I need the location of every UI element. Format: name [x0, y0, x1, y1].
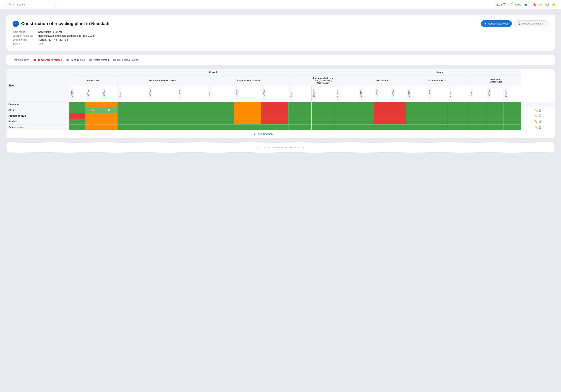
cell-2-10[interactable]: [312, 113, 335, 119]
cell-2-18[interactable]: [469, 113, 486, 119]
edit-icon-4[interactable]: ✏️: [534, 126, 538, 129]
cell-0-2[interactable]: [101, 102, 117, 107]
cell-2-5[interactable]: [177, 113, 207, 119]
delete-icon-2[interactable]: 🗑️: [539, 114, 542, 117]
cell-2-7[interactable]: [234, 113, 261, 119]
year-selector[interactable]: 2023 📅: [494, 2, 509, 7]
legend-solid[interactable]: Solid mass-related: [113, 58, 139, 61]
chart-icon[interactable]: 📊: [545, 3, 549, 6]
cell-1-14[interactable]: [390, 107, 406, 113]
cell-4-1[interactable]: [85, 125, 101, 130]
cell-4-5[interactable]: [177, 125, 207, 130]
cell-4-16[interactable]: [427, 125, 448, 130]
cell-2-9[interactable]: [288, 113, 312, 119]
bell-icon[interactable]: 🔔: [551, 3, 556, 6]
cell-3-5[interactable]: [177, 119, 207, 125]
cell-4-10[interactable]: [312, 125, 335, 130]
cell-1-7[interactable]: [234, 107, 261, 113]
cell-1-4[interactable]: [147, 107, 177, 113]
cell-4-12[interactable]: [358, 125, 374, 130]
cell-0-6[interactable]: [207, 102, 234, 107]
edit-icon-3[interactable]: ✏️: [534, 120, 538, 123]
cell-4-3[interactable]: [117, 125, 147, 130]
cell-3-15[interactable]: [406, 119, 427, 125]
cell-4-20[interactable]: [504, 125, 521, 130]
cell-4-4[interactable]: [147, 125, 177, 130]
cell-1-11[interactable]: [335, 107, 358, 113]
delete-icon-3[interactable]: 🗑️: [539, 120, 542, 123]
cell-4-11[interactable]: [335, 125, 358, 130]
cell-0-18[interactable]: [469, 102, 486, 107]
cell-2-2[interactable]: [101, 113, 117, 119]
cell-2-13[interactable]: [374, 113, 390, 119]
cell-0-3[interactable]: [117, 102, 147, 107]
cell-2-11[interactable]: [335, 113, 358, 119]
cell-0-15[interactable]: [406, 102, 427, 107]
cell-0-12[interactable]: [358, 102, 374, 107]
cell-1-15[interactable]: [406, 107, 427, 113]
cell-4-18[interactable]: [469, 125, 486, 130]
cell-4-6[interactable]: [207, 125, 234, 130]
cell-3-9[interactable]: [288, 119, 312, 125]
cell-1-5[interactable]: [177, 107, 207, 113]
legend-wind[interactable]: Wind-related: [66, 58, 85, 61]
back-button[interactable]: ‹: [12, 21, 19, 27]
legend-water[interactable]: Water-related: [89, 58, 109, 61]
cell-4-2[interactable]: [101, 125, 117, 130]
cell-0-0[interactable]: [69, 102, 85, 107]
cell-0-7[interactable]: [234, 102, 261, 107]
cell-0-8[interactable]: [261, 102, 288, 107]
cell-4-19[interactable]: [486, 125, 504, 130]
cell-0-5[interactable]: [177, 102, 207, 107]
cell-0-13[interactable]: [374, 102, 390, 107]
cell-2-16[interactable]: [427, 113, 448, 119]
cell-3-11[interactable]: [335, 119, 358, 125]
cell-3-12[interactable]: [358, 119, 374, 125]
cell-2-15[interactable]: [406, 113, 427, 119]
cell-1-1[interactable]: 📋: [85, 107, 101, 113]
cell-0-16[interactable]: [427, 102, 448, 107]
cell-3-7[interactable]: [234, 119, 261, 125]
cell-0-10[interactable]: [312, 102, 335, 107]
cell-3-18[interactable]: [469, 119, 486, 125]
cell-3-20[interactable]: [504, 119, 521, 125]
cell-1-2[interactable]: 📋: [101, 107, 117, 113]
cell-1-12[interactable]: [358, 107, 374, 113]
cell-1-6[interactable]: [207, 107, 234, 113]
cell-3-0[interactable]: [69, 119, 85, 125]
cell-1-18[interactable]: [469, 107, 486, 113]
bookmark-icon[interactable]: 🔖: [533, 3, 537, 6]
cell-1-19[interactable]: [486, 107, 504, 113]
cell-1-3[interactable]: [117, 107, 147, 113]
cell-4-0[interactable]: [69, 125, 85, 130]
cell-2-3[interactable]: [117, 113, 147, 119]
cell-4-9[interactable]: [288, 125, 312, 130]
cell-3-19[interactable]: [486, 119, 504, 125]
cell-2-20[interactable]: [504, 113, 521, 119]
cell-2-1[interactable]: [85, 113, 101, 119]
cell-3-6[interactable]: [207, 119, 234, 125]
cell-1-8[interactable]: [261, 107, 288, 113]
cell-3-4[interactable]: [147, 119, 177, 125]
legend-temperature[interactable]: Temperature-related: [33, 58, 62, 61]
cell-3-14[interactable]: [390, 119, 406, 125]
cell-0-4[interactable]: [147, 102, 177, 107]
file-upload-area[interactable]: Drop a file to upload OR click to select…: [6, 142, 555, 153]
cell-4-7[interactable]: [234, 125, 261, 130]
cell-1-16[interactable]: [427, 107, 448, 113]
cell-2-17[interactable]: [448, 113, 469, 119]
cell-0-1[interactable]: [85, 102, 101, 107]
folder-icon[interactable]: 📁: [539, 3, 543, 6]
edit-icon-2[interactable]: ✏️: [534, 114, 538, 117]
cell-4-8[interactable]: [261, 125, 288, 130]
cell-0-11[interactable]: [335, 102, 358, 107]
cell-2-19[interactable]: [486, 113, 504, 119]
delete-icon-1[interactable]: 🗑️: [539, 109, 542, 112]
cell-3-13[interactable]: [374, 119, 390, 125]
add-segment-cell[interactable]: (+) Add Segment: [6, 130, 521, 138]
cell-2-14[interactable]: [390, 113, 406, 119]
cell-2-6[interactable]: [207, 113, 234, 119]
cell-3-16[interactable]: [427, 119, 448, 125]
cell-3-8[interactable]: [261, 119, 288, 125]
cell-3-1[interactable]: [85, 119, 101, 125]
